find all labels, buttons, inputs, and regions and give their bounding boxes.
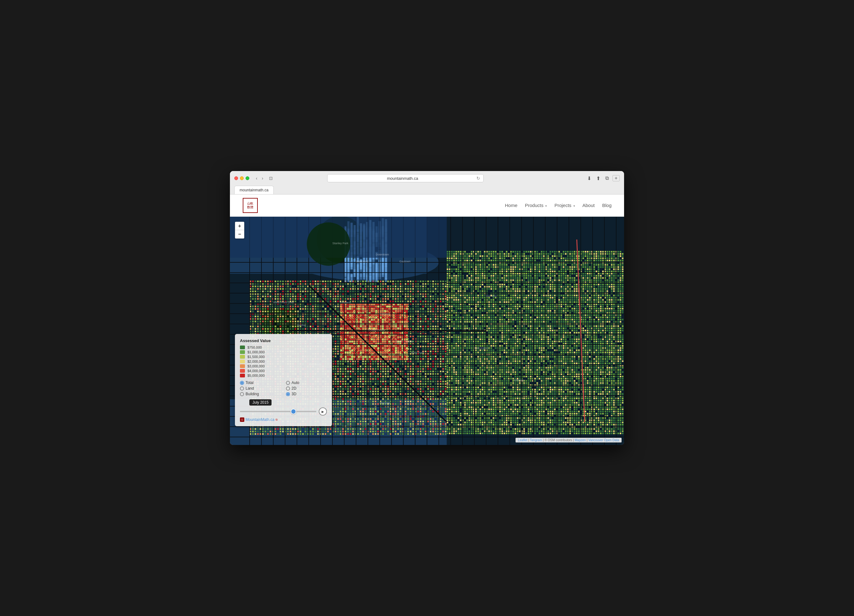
radio-land[interactable]: Land bbox=[240, 386, 281, 391]
legend-item-0: $750,000 bbox=[240, 345, 327, 349]
toolbar-right: ⬇ ⬆ ⧉ + bbox=[586, 175, 620, 182]
forward-button[interactable]: › bbox=[260, 175, 265, 181]
attribution-leaflet[interactable]: Leaflet bbox=[518, 438, 528, 442]
logo-line1: 山軟 bbox=[247, 202, 253, 205]
legend-color-1 bbox=[240, 350, 245, 354]
attribution-vancouver[interactable]: Vancouver Open Data bbox=[589, 438, 619, 442]
legend-item-3: $2,000,000 bbox=[240, 360, 327, 364]
timeline-thumb[interactable] bbox=[291, 409, 296, 414]
nav-link-home[interactable]: Home bbox=[505, 202, 517, 208]
legend-items: $750,000 $1,000,000 $1,500,000 $2,000,00… bbox=[240, 345, 327, 377]
legend-color-6 bbox=[240, 374, 245, 377]
nav-item-projects[interactable]: Projects ▾ bbox=[554, 202, 575, 208]
legend-color-4 bbox=[240, 364, 245, 368]
radio-total[interactable]: Total bbox=[240, 380, 281, 385]
main-nav: Home Products ▾ Projects ▾ About bbox=[505, 202, 612, 208]
nav-menu: Home Products ▾ Projects ▾ About bbox=[505, 202, 612, 208]
traffic-lights bbox=[234, 176, 249, 180]
refresh-button[interactable]: ↻ bbox=[476, 176, 480, 181]
attribution-mapzen[interactable]: Mapzen bbox=[575, 438, 586, 442]
legend-color-3 bbox=[240, 360, 245, 364]
mountainmath-link[interactable]: 山 MountainMath.ca ⧉ bbox=[240, 417, 327, 422]
play-icon: ▶ bbox=[322, 410, 324, 414]
zoom-controls: + − bbox=[235, 222, 244, 239]
reader-view-button[interactable]: ⊡ bbox=[267, 175, 274, 181]
legend-label-4: $3,000,000 bbox=[247, 364, 265, 368]
radio-total-circle[interactable] bbox=[240, 381, 244, 385]
radio-auto-circle[interactable] bbox=[286, 381, 290, 385]
legend-label-0: $750,000 bbox=[247, 345, 262, 349]
site-logo[interactable]: 山軟 数體 bbox=[242, 198, 258, 213]
radio-building-label: Building bbox=[246, 392, 259, 396]
share-button[interactable]: ⬆ bbox=[595, 175, 602, 182]
zoom-out-button[interactable]: − bbox=[235, 230, 244, 238]
zoom-in-button[interactable]: + bbox=[235, 222, 244, 230]
legend-label-2: $1,500,000 bbox=[247, 355, 265, 359]
mountainmath-logo-small: 山 bbox=[240, 417, 244, 422]
timeline-track bbox=[240, 411, 316, 412]
logo-box: 山軟 数體 bbox=[243, 198, 258, 213]
legend-title: Assessed Value bbox=[240, 338, 327, 343]
nav-item-blog[interactable]: Blog bbox=[602, 202, 612, 208]
new-tab-button[interactable]: + bbox=[613, 175, 620, 181]
radio-3d[interactable]: 3D bbox=[286, 392, 327, 396]
radio-building-circle[interactable] bbox=[240, 392, 244, 396]
date-bubble: July 2015 bbox=[249, 399, 271, 406]
fullscreen-button[interactable] bbox=[246, 176, 249, 180]
legend-item-4: $3,000,000 bbox=[240, 364, 327, 368]
logo-line2: 数體 bbox=[247, 205, 253, 209]
legend-label-1: $1,000,000 bbox=[247, 350, 265, 354]
attribution-tangram[interactable]: Tangram bbox=[530, 438, 542, 442]
radio-3d-label: 3D bbox=[291, 392, 296, 396]
radio-2d-label: 2D bbox=[291, 386, 296, 391]
active-tab[interactable]: mountainmath.ca bbox=[234, 186, 274, 194]
nav-link-blog[interactable]: Blog bbox=[602, 202, 612, 208]
legend-panel: Assessed Value $750,000 $1,000,000 $1,50… bbox=[235, 334, 332, 426]
projects-dropdown-arrow: ▾ bbox=[573, 204, 575, 208]
tab-bar: mountainmath.ca bbox=[234, 185, 620, 194]
legend-label-3: $2,000,000 bbox=[247, 360, 265, 364]
legend-item-1: $1,000,000 bbox=[240, 350, 327, 354]
nav-item-products[interactable]: Products ▾ bbox=[525, 202, 547, 208]
browser-window: ‹ › ⊡ mountainmath.ca ↻ ⬇ ⬆ ⧉ + mountain… bbox=[230, 171, 624, 445]
address-bar[interactable]: mountainmath.ca ↻ bbox=[327, 174, 483, 182]
site-navbar: 山軟 数體 Home Products ▾ Projects ▾ bbox=[230, 195, 624, 217]
legend-color-5 bbox=[240, 369, 245, 373]
tab-overview-button[interactable]: ⧉ bbox=[604, 175, 610, 182]
legend-color-0 bbox=[240, 345, 245, 349]
timeline-slider[interactable] bbox=[240, 411, 316, 412]
browser-titlebar: ‹ › ⊡ mountainmath.ca ↻ ⬇ ⬆ ⧉ + bbox=[234, 174, 620, 182]
products-dropdown-arrow: ▾ bbox=[545, 204, 547, 208]
radio-2d-circle[interactable] bbox=[286, 386, 290, 391]
radio-2d[interactable]: 2D bbox=[286, 386, 327, 391]
legend-item-5: $4,000,000 bbox=[240, 369, 327, 373]
legend-item-6: $5,000,000 bbox=[240, 374, 327, 377]
legend-item-2: $1,500,000 bbox=[240, 355, 327, 359]
legend-color-2 bbox=[240, 355, 245, 359]
nav-item-home[interactable]: Home bbox=[505, 202, 517, 208]
radio-land-label: Land bbox=[246, 386, 254, 391]
nav-item-about[interactable]: About bbox=[583, 202, 595, 208]
legend-controls: Total Auto Land 2D Building bbox=[240, 380, 327, 396]
download-button[interactable]: ⬇ bbox=[586, 175, 592, 182]
legend-label-5: $4,000,000 bbox=[247, 369, 265, 373]
nav-link-about[interactable]: About bbox=[583, 202, 595, 208]
tab-title: mountainmath.ca bbox=[239, 188, 268, 192]
browser-nav-buttons: ‹ › bbox=[254, 175, 265, 181]
legend-label-6: $5,000,000 bbox=[247, 374, 265, 377]
nav-link-products[interactable]: Products ▾ bbox=[525, 202, 547, 208]
radio-building[interactable]: Building bbox=[240, 392, 281, 396]
radio-3d-circle[interactable] bbox=[286, 392, 290, 396]
minimize-button[interactable] bbox=[240, 176, 244, 180]
browser-chrome: ‹ › ⊡ mountainmath.ca ↻ ⬇ ⬆ ⧉ + mountain… bbox=[230, 171, 624, 195]
radio-land-circle[interactable] bbox=[240, 386, 244, 391]
radio-auto-label: Auto bbox=[291, 380, 299, 385]
close-button[interactable] bbox=[234, 176, 238, 180]
map-attribution: Leaflet | Tangram | © OSM contributors |… bbox=[515, 438, 622, 443]
nav-link-projects[interactable]: Projects ▾ bbox=[554, 202, 575, 208]
back-button[interactable]: ‹ bbox=[254, 175, 259, 181]
radio-total-label: Total bbox=[246, 380, 253, 385]
radio-auto[interactable]: Auto bbox=[286, 380, 327, 385]
play-button[interactable]: ▶ bbox=[319, 408, 327, 415]
map-container[interactable]: + − Assessed Value $750,000 $1,000,000 $… bbox=[230, 217, 624, 445]
